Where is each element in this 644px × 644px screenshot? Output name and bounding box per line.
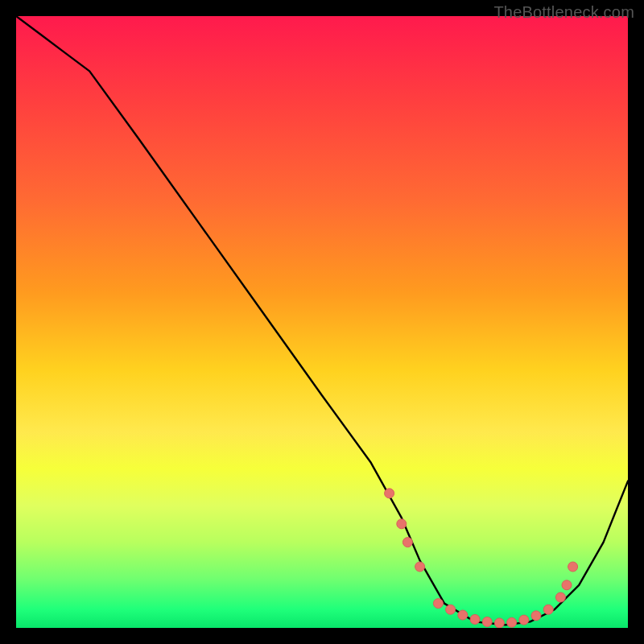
marker-dot [531, 611, 541, 621]
bottleneck-curve [16, 16, 628, 625]
attribution-text: TheBottleneck.com [493, 3, 634, 22]
marker-dot [507, 617, 517, 627]
marker-dots [385, 489, 578, 628]
marker-dot [562, 580, 572, 590]
marker-dot [482, 617, 492, 626]
marker-dot [458, 610, 468, 620]
marker-dot [555, 592, 565, 602]
marker-dot [470, 614, 480, 624]
marker-dot [519, 615, 529, 625]
chart-svg [16, 16, 628, 628]
marker-dot [446, 605, 456, 614]
marker-dot [415, 562, 425, 572]
marker-dot [494, 618, 504, 628]
marker-dot [543, 605, 553, 614]
chart-plot-area [16, 16, 628, 628]
marker-dot [385, 489, 394, 498]
marker-dot [402, 538, 412, 547]
marker-dot [433, 599, 443, 609]
chart-frame: TheBottleneck.com [0, 0, 644, 644]
marker-dot [397, 519, 407, 529]
marker-dot [568, 562, 578, 572]
